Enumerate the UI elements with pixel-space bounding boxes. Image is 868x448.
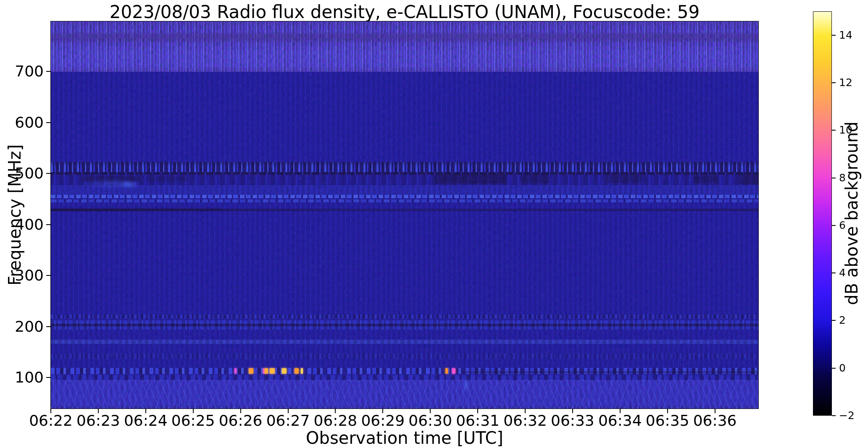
colorbar-tick	[832, 130, 836, 131]
x-tick-label: 06:26	[219, 412, 263, 429]
x-tick-label: 06:33	[551, 412, 594, 429]
y-tick-label: 500	[13, 166, 44, 181]
burst-markers	[51, 21, 758, 409]
colorbar-tick	[832, 368, 836, 369]
x-tick-label: 06:35	[646, 412, 689, 429]
x-tick-label: 06:30	[408, 412, 452, 429]
colorbar-label: dB above background	[842, 121, 861, 305]
spectrogram-figure: 2023/08/03 Radio flux density, e-CALLIST…	[0, 0, 868, 448]
y-tick-label: 700	[13, 64, 44, 79]
y-tick	[46, 122, 50, 123]
radio-burst-marker	[452, 368, 455, 374]
y-tick-label: 600	[13, 115, 44, 130]
colorbar-tick	[832, 320, 836, 321]
radio-burst-marker	[301, 368, 303, 374]
colorbar-tick	[832, 225, 836, 226]
plot-area	[50, 21, 759, 409]
x-tick-label: 06:23	[76, 412, 120, 429]
y-tick	[46, 377, 50, 378]
radio-burst-marker	[234, 368, 237, 374]
colorbar-tick	[832, 82, 836, 83]
colorbar-tick	[832, 272, 836, 273]
x-tick-label: 06:25	[171, 412, 215, 429]
colorbar-tick	[832, 35, 836, 36]
colorbar	[813, 11, 832, 416]
radio-burst-marker	[282, 368, 287, 374]
colorbar-tick	[832, 415, 836, 416]
x-axis-label: Observation time [UTC]	[306, 428, 503, 448]
colorbar-tick-label: 12	[839, 77, 852, 88]
x-tick-label: 06:36	[693, 412, 737, 429]
y-tick	[46, 173, 50, 174]
y-tick-label: 400	[13, 217, 44, 232]
x-tick-label: 06:27	[266, 412, 310, 429]
y-tick	[46, 71, 50, 72]
radio-burst-marker	[295, 368, 298, 374]
x-tick-label: 06:31	[456, 412, 500, 429]
colorbar-tick-label: 14	[839, 30, 852, 40]
chart-title: 2023/08/03 Radio flux density, e-CALLIST…	[110, 2, 700, 22]
y-tick-label: 300	[13, 268, 44, 283]
y-tick	[46, 275, 50, 276]
colorbar-tick-label: −2	[839, 410, 855, 421]
colorbar-gradient	[813, 12, 831, 415]
colorbar-tick	[832, 178, 836, 178]
x-tick-label: 06:32	[503, 412, 547, 429]
radio-burst-marker	[445, 368, 448, 374]
colorbar-tick-label: 2	[839, 315, 846, 325]
y-tick	[46, 224, 50, 225]
x-tick-label: 06:28	[314, 412, 358, 429]
colorbar-tick-label: 0	[839, 363, 846, 373]
x-tick-label: 06:24	[124, 412, 168, 429]
x-tick-label: 06:22	[29, 412, 73, 429]
y-tick-label: 100	[13, 370, 44, 385]
y-tick-label: 200	[13, 319, 44, 334]
radio-burst-marker	[265, 368, 268, 374]
x-tick-label: 06:29	[361, 412, 405, 429]
radio-burst-marker	[270, 368, 274, 374]
radio-burst-marker	[249, 368, 253, 374]
x-tick-label: 06:34	[598, 412, 642, 429]
y-tick	[46, 326, 50, 327]
